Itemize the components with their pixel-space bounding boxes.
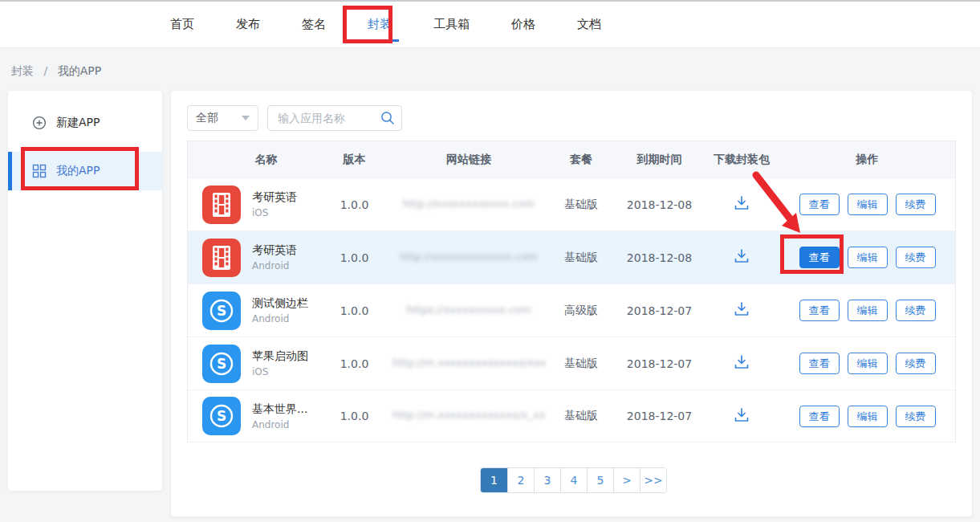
website-cell: https://xxxxxxxxxx.com <box>388 304 549 318</box>
sidebar: 新建APP 我的APP <box>8 91 162 491</box>
view-button-active[interactable]: 查看 <box>799 247 840 268</box>
nav-package[interactable]: 封装 <box>366 14 393 35</box>
version-cell: 1.0.0 <box>320 357 388 370</box>
edit-button[interactable]: 编辑 <box>848 406 888 427</box>
actions-cell: 查看 编辑 续费 <box>778 353 957 374</box>
actions-cell: 查看 编辑 续费 <box>778 406 957 427</box>
plan-cell: 基础版 <box>549 409 613 423</box>
expiry-cell: 2018-12-08 <box>613 198 706 211</box>
renew-button[interactable]: 续费 <box>896 353 936 374</box>
website-cell: http://m.xxxxxxxxxxxxxx/xxxx_x... <box>388 357 549 371</box>
breadcrumb-current: 我的APP <box>58 64 101 77</box>
view-button[interactable]: 查看 <box>799 406 840 427</box>
col-header-name: 名称 <box>188 153 320 167</box>
renew-button[interactable]: 续费 <box>896 406 936 427</box>
app-platform: Android <box>252 419 307 430</box>
app-name-cell: 考研英语 iOS <box>188 186 320 224</box>
version-cell: 1.0.0 <box>320 304 388 317</box>
plus-circle-icon <box>32 116 47 130</box>
svg-text:S: S <box>217 303 226 319</box>
nav-publish[interactable]: 发布 <box>234 14 262 35</box>
download-cell <box>706 247 778 268</box>
next-page-button[interactable]: > <box>613 468 640 492</box>
app-platform: iOS <box>252 366 308 377</box>
table-row: S 测试侧边栏 Android 1.0.0 https://xxxxxxxxxx… <box>188 283 955 336</box>
edit-button[interactable]: 编辑 <box>848 300 888 321</box>
app-name: 考研英语 <box>252 243 297 258</box>
pagination: 1 2 3 4 5 > >> <box>480 467 667 493</box>
edit-button[interactable]: 编辑 <box>848 353 888 374</box>
category-select[interactable]: 全部 <box>187 105 258 131</box>
website-link-blurred: https://xxxxxxxxxx.com <box>406 304 531 316</box>
nav-signature[interactable]: 签名 <box>300 14 327 35</box>
app-platform: Android <box>252 260 297 271</box>
view-button[interactable]: 查看 <box>799 194 840 215</box>
s-logo-app-icon: S <box>202 292 241 330</box>
plan-cell: 基础版 <box>549 251 613 265</box>
expiry-cell: 2018-12-07 <box>613 357 706 370</box>
filter-bar: 全部 <box>187 105 402 131</box>
edit-button[interactable]: 编辑 <box>848 247 888 268</box>
website-cell: http://xxxxxxxxxxxxx.com <box>388 251 549 265</box>
film-app-icon <box>202 186 241 224</box>
actions-cell: 查看 编辑 续费 <box>778 247 957 268</box>
col-header-actions: 操作 <box>778 153 957 167</box>
renew-button[interactable]: 续费 <box>896 300 936 321</box>
renew-button[interactable]: 续费 <box>896 194 936 215</box>
download-package-button[interactable] <box>732 300 751 319</box>
search-box <box>267 105 402 131</box>
download-package-button[interactable] <box>732 353 751 372</box>
website-cell: http://m.xxxxxxxxxxxxx/x_xxx... <box>388 409 549 423</box>
download-package-button[interactable] <box>732 406 751 425</box>
breadcrumb-separator: / <box>43 64 47 77</box>
version-cell: 1.0.0 <box>320 410 388 422</box>
col-header-expiry: 到期时间 <box>613 153 706 167</box>
sidebar-my-app-label: 我的APP <box>56 164 100 178</box>
search-icon[interactable] <box>380 111 395 125</box>
renew-button[interactable]: 续费 <box>896 247 936 268</box>
nav-docs[interactable]: 文档 <box>575 14 603 35</box>
breadcrumb-parent[interactable]: 封装 <box>11 64 34 77</box>
col-header-download: 下载封装包 <box>706 153 778 167</box>
col-header-website: 网站链接 <box>388 153 549 167</box>
s-logo-app-icon: S <box>202 345 241 383</box>
svg-text:S: S <box>217 408 226 424</box>
view-button[interactable]: 查看 <box>799 353 840 374</box>
main-panel: 全部 名称 版本 网站链接 套餐 到期时间 下载封装包 操作 <box>171 91 972 516</box>
table-row: 考研英语 Android 1.0.0 http://xxxxxxxxxxxxx.… <box>188 230 955 283</box>
sidebar-item-my-app[interactable]: 我的APP <box>8 152 162 190</box>
app-platform: iOS <box>252 207 297 218</box>
plan-cell: 基础版 <box>549 357 613 371</box>
plan-cell: 高级版 <box>549 304 613 318</box>
website-link-blurred: http://xxxxxxxxxxxx.com <box>403 198 535 210</box>
actions-cell: 查看 编辑 续费 <box>778 300 957 321</box>
page-button-3[interactable]: 3 <box>534 468 560 492</box>
download-package-button[interactable] <box>732 194 751 213</box>
sidebar-new-app-label: 新建APP <box>56 116 100 130</box>
table-row: S 苹果启动图 iOS 1.0.0 http://m.xxxxxxxxxxxxx… <box>188 336 955 389</box>
breadcrumb: 封装 / 我的APP <box>0 48 980 79</box>
download-package-button[interactable] <box>732 247 751 266</box>
s-logo-app-icon: S <box>202 397 241 435</box>
app-platform: Android <box>252 313 308 324</box>
page-button-5[interactable]: 5 <box>587 468 613 492</box>
top-navbar: 首页 发布 签名 封装 工具箱 价格 文档 <box>0 2 980 48</box>
nav-home[interactable]: 首页 <box>169 14 196 35</box>
expiry-cell: 2018-12-07 <box>613 410 706 422</box>
sidebar-item-new-app[interactable]: 新建APP <box>8 107 162 139</box>
page-button-2[interactable]: 2 <box>507 468 534 492</box>
nav-toolbox[interactable]: 工具箱 <box>432 14 471 35</box>
table-row: 考研英语 iOS 1.0.0 http://xxxxxxxxxxxx.com 基… <box>188 177 955 230</box>
table-row: S 基本世界... Android 1.0.0 http://m.xxxxxxx… <box>188 389 955 442</box>
edit-button[interactable]: 编辑 <box>848 194 888 215</box>
download-cell <box>706 406 778 427</box>
grid-icon <box>32 164 47 178</box>
apps-table: 名称 版本 网站链接 套餐 到期时间 下载封装包 操作 <box>187 141 956 442</box>
nav-price[interactable]: 价格 <box>510 14 537 35</box>
category-select-value: 全部 <box>196 111 218 125</box>
last-page-button[interactable]: >> <box>640 468 666 492</box>
website-link-blurred: http://xxxxxxxxxxxxx.com <box>400 251 538 263</box>
page-button-4[interactable]: 4 <box>560 468 587 492</box>
page-button-1[interactable]: 1 <box>481 468 507 492</box>
view-button[interactable]: 查看 <box>799 300 840 321</box>
